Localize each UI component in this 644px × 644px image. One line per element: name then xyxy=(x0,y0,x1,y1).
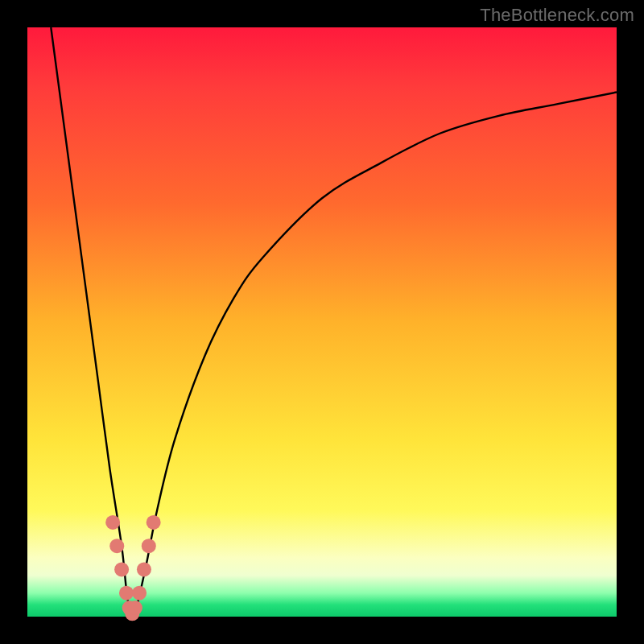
marker-dot xyxy=(147,515,161,530)
marker-dot xyxy=(137,562,151,576)
marker-dot xyxy=(105,515,120,530)
marker-dot xyxy=(114,562,129,576)
curve-layer xyxy=(27,27,617,617)
bottleneck-curve xyxy=(51,27,617,618)
marker-dot xyxy=(128,601,142,615)
chart-frame: TheBottleneck.com xyxy=(0,0,644,644)
watermark-text: TheBottleneck.com xyxy=(480,5,634,26)
marker-dot xyxy=(142,539,156,553)
marker-dot xyxy=(109,539,124,553)
marker-dot xyxy=(119,586,134,601)
plot-area xyxy=(27,27,617,617)
marker-dot xyxy=(132,586,147,601)
